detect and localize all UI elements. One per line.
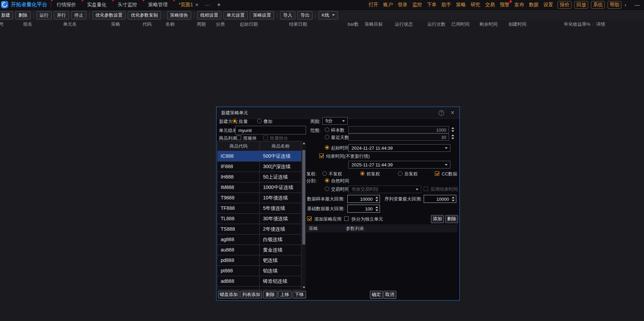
column-header[interactable]: 运行状态 (395, 21, 413, 27)
start-time-radio[interactable] (325, 145, 329, 150)
batch-split-checkbox[interactable] (263, 135, 268, 140)
end-time-combo[interactable]: 2025-11-27 11:44:39 (348, 161, 450, 168)
column-header[interactable]: 已用时间 (451, 21, 469, 27)
minimize-icon[interactable]: — (635, 2, 640, 8)
recent-days-input[interactable]: 30 (348, 133, 449, 141)
lookback-data-input[interactable]: 10000 (347, 195, 380, 203)
mode-overlay-label[interactable]: 叠加 (263, 119, 272, 124)
column-header[interactable]: 剩余时间 (480, 21, 498, 27)
toolbar-button[interactable]: 并行 (54, 11, 69, 19)
toolbar-button[interactable]: 优化参数复制 (128, 11, 161, 19)
menu-item[interactable]: 监控 (412, 2, 422, 8)
adjust-back-label[interactable]: 后复权 (404, 171, 418, 176)
adjust-front-label[interactable]: 前复权 (366, 171, 380, 176)
sort-desc-icon[interactable]: ↓ (592, 21, 594, 26)
strategy-add-button[interactable]: 添加 (431, 215, 444, 223)
add-strategy-checkbox[interactable] (307, 216, 312, 221)
column-header[interactable]: 序号 (0, 21, 4, 27)
toolbar-button[interactable]: 停止 (71, 11, 86, 19)
menu-item[interactable]: 打开 (368, 2, 378, 8)
trading-time-label[interactable]: 交易时间 (331, 187, 349, 192)
menu-button[interactable]: 帮助 (608, 1, 621, 9)
spin-down-icon[interactable] (451, 130, 454, 132)
menu-item[interactable]: 登录 (398, 2, 407, 8)
sample-count-stepper[interactable] (451, 127, 455, 132)
column-header[interactable]: 策略 (111, 21, 120, 27)
adjust-front-radio[interactable] (360, 171, 365, 176)
tab-close-icon[interactable]: ✕ (195, 2, 198, 7)
cc-data-checkbox[interactable] (435, 171, 439, 176)
lookback-data-stepper[interactable] (375, 197, 379, 201)
lookback-series-input[interactable]: 10000 (424, 195, 456, 203)
help-icon[interactable]: ? (439, 110, 444, 116)
toolbar-button[interactable]: 策略设置 (250, 11, 274, 19)
product-row[interactable]: pd888 钯连续 (218, 255, 301, 266)
end-time-label[interactable]: 结束时间(不更新行情) (326, 154, 370, 159)
column-header[interactable]: 周期 (197, 21, 206, 27)
cancel-button[interactable]: 取消 (383, 291, 396, 299)
menu-item[interactable]: 助手 (441, 2, 451, 8)
recent-days-label[interactable]: 最近天数 (331, 135, 349, 140)
menu-item[interactable]: 交易 (485, 2, 495, 8)
product-row[interactable]: IH888 50上证连续 (218, 172, 301, 182)
toolbar-button[interactable]: 单元设置 (223, 11, 248, 19)
toolbar-button[interactable]: 导出 (297, 11, 313, 19)
lookback-series-stepper[interactable] (451, 197, 455, 201)
toolbar-button[interactable]: 删除 (15, 11, 31, 19)
column-header[interactable]: 单元名 (63, 21, 77, 27)
column-header[interactable]: 详情 (596, 21, 605, 27)
mode-batch-radio[interactable] (232, 119, 237, 123)
column-header[interactable]: 组名 (23, 21, 32, 27)
tab-overflow-icon[interactable]: ··· (205, 2, 211, 8)
menu-button[interactable]: 系统 (591, 1, 605, 9)
lookback-base-stepper[interactable] (375, 206, 379, 211)
toolbar-button[interactable]: 导入 (280, 11, 295, 19)
recent-days-stepper[interactable] (451, 134, 455, 139)
move-up-button[interactable]: 上移 (278, 291, 291, 298)
toolbar-button[interactable]: 线程设置 (197, 11, 221, 19)
toolbar-button[interactable]: 策略报告 (167, 11, 191, 19)
sample-count-input[interactable]: 1000 (348, 126, 449, 133)
product-row[interactable]: au888 黄金连续 (218, 245, 301, 255)
product-name-column[interactable]: 商品名称 (260, 141, 301, 151)
product-row[interactable]: al888 沪铝连续 (218, 287, 301, 290)
column-header[interactable]: bar数 (348, 21, 359, 27)
column-header[interactable]: 创建时间 (508, 21, 526, 27)
strategy-delete-button[interactable]: 删除 (445, 215, 458, 223)
natural-time-radio[interactable] (325, 178, 329, 183)
spin-up-icon[interactable] (451, 134, 454, 136)
new-tab-button[interactable]: + (217, 1, 221, 8)
menu-button[interactable]: 回放 (574, 1, 588, 9)
by-board-label[interactable]: 按板块 (243, 135, 257, 141)
product-row[interactable]: T9888 10年债连续 (218, 193, 301, 203)
menu-item[interactable]: 策略 (456, 2, 466, 8)
product-row[interactable]: TL888 30年债连续 (218, 214, 301, 224)
toolbar-button[interactable]: 优化参数设置 (92, 11, 126, 19)
spin-up-icon[interactable] (375, 206, 378, 208)
by-board-checkbox[interactable] (237, 135, 241, 140)
sample-count-radio[interactable] (325, 127, 329, 132)
product-row[interactable]: IC888 500中证连续 (218, 151, 301, 162)
column-header[interactable]: 起始日期 (240, 21, 258, 27)
menu-expand-icon[interactable]: › (625, 2, 626, 8)
apply-end-checkbox[interactable] (424, 187, 428, 191)
toolbar-button[interactable]: 新建 (0, 11, 13, 19)
scrollbar-thumb[interactable] (302, 150, 305, 245)
product-row[interactable]: ag888 白银连续 (218, 234, 301, 245)
adjust-none-label[interactable]: 不复权 (329, 171, 342, 176)
group-name-input[interactable]: myunit (235, 126, 306, 134)
page-tab[interactable]: 实盘量化 (82, 0, 112, 9)
spin-down-icon[interactable] (451, 138, 454, 139)
column-header[interactable]: 分类 (216, 21, 225, 27)
product-row[interactable]: IF888 300沪深连续 (218, 162, 301, 172)
column-header[interactable]: 运行次数 (427, 21, 446, 27)
column-header[interactable]: 年化收益率% (564, 21, 591, 27)
menu-item[interactable]: 下单 (427, 2, 437, 8)
menu-button[interactable]: 报价 (558, 1, 571, 9)
add-strategy-label[interactable]: 添加策略应用 (314, 216, 341, 222)
page-tab[interactable]: *页面1 (173, 0, 194, 9)
adjust-back-radio[interactable] (398, 171, 402, 176)
column-header[interactable]: 策略目标 (365, 21, 383, 27)
spin-down-icon[interactable] (375, 209, 378, 211)
keyboard-add-button[interactable]: 键盘添加 (218, 291, 239, 298)
